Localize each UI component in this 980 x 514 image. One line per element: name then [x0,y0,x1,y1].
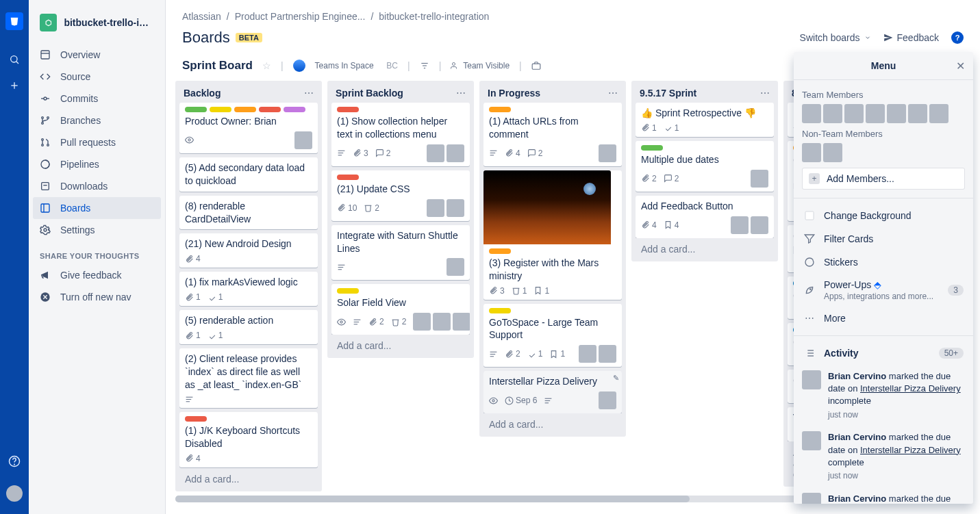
list-menu-icon[interactable]: ⋯ [608,88,618,99]
activity-avatar[interactable] [802,431,821,450]
card-member-avatar[interactable] [731,216,749,234]
card-member-avatar[interactable] [433,313,451,331]
sidebar-item-pull-requests[interactable]: Pull requests [29,131,165,153]
card[interactable]: Solar Field View22 [331,284,470,335]
card[interactable]: (5) Add secondary data load to quickload [179,157,318,192]
help-icon[interactable]: ? [951,31,964,44]
menu-item-background[interactable]: Change Background [802,204,965,227]
add-card-button[interactable]: Add a card... [179,468,318,487]
card[interactable]: (21) New Android Design4 [179,233,318,268]
card[interactable]: (1) J/K Keyboard Shortcuts Disabled4 [179,412,318,467]
sidebar-project-header[interactable]: ⬡ bitbucket-trello-int... [29,7,165,44]
card[interactable]: Add Feedback Button44 [636,196,774,238]
add-card-button[interactable]: Add a card... [483,413,622,433]
crumb-3[interactable]: bitbucket-trello-integration [379,11,489,22]
card[interactable]: (8) renderable CardDetailView [179,196,318,230]
activity-avatar[interactable] [802,493,821,504]
plus-icon[interactable] [8,79,21,92]
sidebar-item-commits[interactable]: Commits [29,88,165,110]
card[interactable]: Interstellar Pizza Delivery✎Sep 6 [483,371,622,413]
card-member-avatar[interactable] [447,258,464,276]
card[interactable]: Product Owner: Brian [179,103,318,153]
card-member-avatar[interactable] [427,144,444,162]
list-title[interactable]: Backlog [184,88,221,99]
crumb-1[interactable]: Atlassian [182,11,221,22]
list-menu-icon[interactable]: ⋯ [760,88,770,99]
member-avatar[interactable] [844,104,864,123]
card-member-avatar[interactable] [427,199,444,217]
add-members-button[interactable]: +Add Members... [802,168,965,190]
help-icon[interactable] [8,455,21,467]
bitbucket-logo[interactable] [5,12,23,30]
search-icon[interactable] [8,53,21,66]
member-avatar[interactable] [866,104,885,123]
sidebar-item-pipelines[interactable]: Pipelines [29,153,165,175]
filter-icon[interactable] [420,61,429,70]
card[interactable]: (21) Update CSS102 [331,170,470,221]
member-avatar[interactable] [802,104,821,123]
member-avatar[interactable] [823,104,842,123]
member-avatar[interactable] [908,104,927,123]
sidebar-item-overview[interactable]: Overview [29,44,165,66]
member-avatar[interactable] [823,143,842,162]
add-card-button[interactable]: Add a card... [331,335,470,354]
member-avatar[interactable] [887,104,906,123]
activity-target-link[interactable]: Interstellar Pizza Delivery [860,383,961,394]
team-name[interactable]: Teams In Space BC [315,61,398,70]
card[interactable]: (1) Show collection helper text in colle… [331,103,470,166]
card-member-avatar[interactable] [579,345,596,363]
list-menu-icon[interactable]: ⋯ [304,88,314,99]
menu-item-more[interactable]: ⋯More [802,307,965,330]
card-member-avatar[interactable] [599,391,616,409]
card-member-avatar[interactable] [599,144,616,162]
close-icon[interactable]: ✕ [956,60,965,73]
card[interactable]: Integrate with Saturn Shuttle Lines [331,225,470,281]
card[interactable]: (3) Register with the Mars ministry311 [483,170,622,300]
card[interactable]: GoToSpace - Large Team Support211 [483,304,622,368]
menu-item-powerups[interactable]: Power-Ups ⬘Apps, integrations and more..… [802,274,965,307]
card[interactable]: (1) Attach URLs from comment42 [483,103,622,166]
activity-avatar[interactable] [802,370,821,389]
card-member-avatar[interactable] [599,345,616,363]
card-label [259,107,281,112]
card-member-avatar[interactable] [751,216,768,234]
menu-item-stickers[interactable]: Stickers [802,250,965,274]
feedback-button[interactable]: Feedback [883,32,939,43]
card[interactable]: (5) renderable action11 [179,310,318,344]
activity-target-link[interactable]: Interstellar Pizza Delivery [860,445,961,455]
sidebar-item-downloads[interactable]: Downloads [29,175,165,197]
user-avatar[interactable] [6,485,23,502]
sidebar-item-source[interactable]: Source [29,66,165,88]
sidebar-item-boards[interactable]: Boards [33,197,161,219]
card-member-avatar[interactable] [413,313,431,331]
list-menu-icon[interactable]: ⋯ [456,88,466,99]
card[interactable]: Multiple due dates22 [636,141,774,192]
sidebar-item-settings[interactable]: Settings [29,219,165,241]
visibility-button[interactable]: Team Visible [451,61,510,70]
menu-item-filter[interactable]: Filter Cards [802,227,965,250]
sidebar-item-branches[interactable]: Branches [29,110,165,131]
switch-boards-button[interactable]: Switch boards [800,32,871,43]
card-member-avatar[interactable] [751,170,768,188]
card-title: GoToSpace - Large Team Support [489,316,616,342]
list-title[interactable]: 9.5.17 Sprint [640,88,696,99]
crumb-2[interactable]: Product Partnership Enginee... [235,11,366,22]
card[interactable]: (2) Client release provides `index` as d… [179,348,318,408]
page-title: Boards [182,29,230,47]
card-member-avatar[interactable] [294,131,312,149]
sidebar-item-turn-off[interactable]: Turn off new nav [29,286,165,308]
card-member-avatar[interactable] [447,144,464,162]
member-avatar[interactable] [929,104,948,123]
card-member-avatar[interactable] [447,199,464,217]
sidebar-item-feedback[interactable]: Give feedback [29,264,165,286]
list-title[interactable]: In Progress [488,88,540,99]
card[interactable]: (1) fix markAsViewed logic11 [179,272,318,306]
card-member-avatar[interactable] [453,313,470,331]
member-avatar[interactable] [802,143,821,162]
star-icon[interactable]: ☆ [262,60,271,71]
card[interactable]: 👍 Sprint Retrospective 👎11 [636,103,774,137]
add-card-button[interactable]: Add a card... [636,238,774,257]
list-title[interactable]: Sprint Backlog [336,88,403,99]
briefcase-icon[interactable] [531,61,541,70]
pencil-icon[interactable]: ✎ [613,374,619,383]
